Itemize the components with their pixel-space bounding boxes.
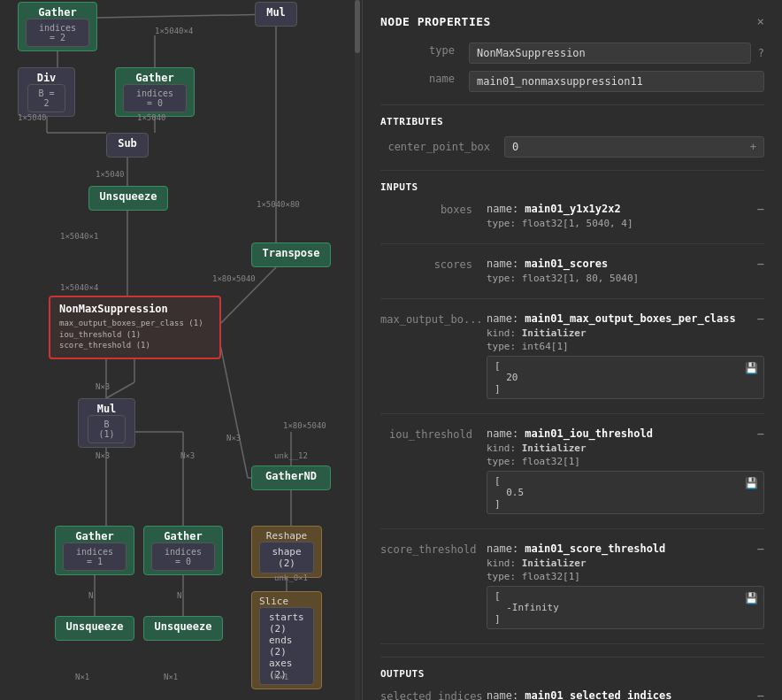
type-row: type NonMaxSuppression ? bbox=[380, 42, 764, 64]
node-sub: indices = 0 bbox=[123, 84, 187, 112]
iou-minus[interactable]: − bbox=[757, 427, 764, 441]
graph-node-mul-mid[interactable]: MulB (1) bbox=[78, 398, 135, 448]
max-output-port-label: max_output_bo... bbox=[380, 312, 487, 326]
props-title: NODE PROPERTIES bbox=[380, 15, 491, 28]
max-output-save-icon[interactable]: 💾 bbox=[745, 362, 758, 374]
type-label: type bbox=[380, 42, 469, 57]
selected-indices-detail: name: main01_selected_indices − type: in… bbox=[487, 688, 764, 700]
scores-type: type: float32[1, 80, 5040] bbox=[487, 273, 764, 284]
node-title: Mul bbox=[88, 403, 126, 415]
node-sub: indices = 2 bbox=[26, 19, 89, 47]
iou-tensor[interactable]: [ 0.5] 💾 bbox=[487, 471, 764, 514]
properties-panel: NODE PROPERTIES × type NonMaxSuppression… bbox=[363, 0, 782, 700]
input-score-threshold: score_threshold name: main01_score_thres… bbox=[380, 542, 764, 644]
graph-node-div[interactable]: DivB = 2 bbox=[18, 67, 75, 117]
graph-scrollbar[interactable] bbox=[355, 0, 360, 700]
edge-label: N bbox=[177, 591, 181, 600]
attr-plus-icon[interactable]: + bbox=[750, 141, 756, 153]
node-sub: starts (2)ends (2)axes (2) bbox=[259, 607, 314, 685]
scores-minus[interactable]: − bbox=[757, 257, 764, 271]
node-detail: max_output_boxes_per_class (1)iou_thresh… bbox=[59, 318, 211, 351]
edge-label: 1×80×5040 bbox=[283, 421, 326, 430]
node-title: Transpose bbox=[259, 247, 323, 259]
node-title: Mul bbox=[264, 6, 288, 19]
node-title: NonMaxSuppression bbox=[59, 303, 211, 315]
max-output-tensor[interactable]: [ 20] 💾 bbox=[487, 356, 764, 399]
iou-port-label: iou_threshold bbox=[380, 427, 487, 441]
graph-node-gather-mid[interactable]: Gatherindices = 0 bbox=[115, 67, 195, 117]
node-title: Div bbox=[27, 72, 65, 84]
graph-node-gather-bm[interactable]: Gatherindices = 0 bbox=[143, 526, 223, 575]
node-title: Sub bbox=[116, 137, 139, 150]
type-value: NonMaxSuppression bbox=[469, 42, 751, 64]
node-title: GatherND bbox=[259, 470, 323, 482]
attr-center-label: center_point_box bbox=[380, 141, 504, 153]
svg-line-9 bbox=[217, 267, 276, 327]
inputs-header: INPUTS bbox=[380, 170, 764, 193]
node-title: Gather bbox=[123, 72, 187, 84]
input-max-output: max_output_bo... name: main01_max_output… bbox=[380, 312, 764, 414]
boxes-minus[interactable]: − bbox=[757, 202, 764, 216]
edge-label: N bbox=[88, 591, 93, 600]
graph-node-sub[interactable]: Sub bbox=[106, 133, 149, 158]
attr-center-value[interactable]: 0 + bbox=[504, 136, 764, 158]
scores-port-label: scores bbox=[380, 257, 487, 271]
max-output-detail: name: main01_max_output_boxes_per_class … bbox=[487, 312, 764, 399]
graph-node-mul-top[interactable]: Mul bbox=[255, 2, 297, 27]
score-threshold-type: type: float32[1] bbox=[487, 571, 764, 582]
score-threshold-kind: kind: Initializer bbox=[487, 558, 764, 569]
graph-node-slice[interactable]: Slicestarts (2)ends (2)axes (2) bbox=[251, 591, 322, 689]
node-sub: shape (2) bbox=[259, 542, 314, 573]
edge-label: unk__12 bbox=[274, 451, 308, 460]
max-output-type: type: int64[1] bbox=[487, 341, 764, 352]
edge-label: N×3 bbox=[226, 434, 241, 442]
node-title: Gather bbox=[63, 530, 126, 542]
svg-line-0 bbox=[97, 14, 276, 18]
edge-label: N×3 bbox=[180, 451, 195, 460]
graph-scrollbar-thumb[interactable] bbox=[355, 0, 360, 53]
graph-node-gather-bl[interactable]: Gatherindices = 1 bbox=[55, 526, 134, 575]
iou-type: type: float32[1] bbox=[487, 456, 764, 467]
node-title: Slice bbox=[259, 596, 314, 607]
iou-save-icon[interactable]: 💾 bbox=[745, 477, 758, 489]
node-title: Gather bbox=[151, 530, 215, 542]
name-value[interactable]: main01_nonmaxsuppression11 bbox=[469, 71, 764, 92]
graph-node-gather-top[interactable]: Gatherindices = 2 bbox=[18, 2, 97, 51]
graph-node-gathernd[interactable]: GatherND bbox=[251, 465, 331, 490]
node-title: Unsqueeze bbox=[96, 190, 160, 203]
score-threshold-save-icon[interactable]: 💾 bbox=[745, 592, 758, 604]
score-threshold-tensor[interactable]: [ -Infinity] 💾 bbox=[487, 586, 764, 629]
selected-indices-minus[interactable]: − bbox=[757, 688, 764, 700]
close-button[interactable]: × bbox=[757, 14, 764, 28]
graph-node-reshape[interactable]: Reshapeshape (2) bbox=[251, 526, 322, 578]
edge-label: 1×80×5040 bbox=[212, 274, 256, 283]
boxes-type: type: float32[1, 5040, 4] bbox=[487, 218, 764, 229]
boxes-detail: name: main01_y1x1y2x2 − type: float32[1,… bbox=[487, 202, 764, 229]
graph-node-transpose[interactable]: Transpose bbox=[251, 242, 331, 267]
score-threshold-minus[interactable]: − bbox=[757, 542, 764, 556]
score-threshold-detail: name: main01_score_threshold − kind: Ini… bbox=[487, 542, 764, 629]
node-sub: B = 2 bbox=[27, 84, 65, 112]
max-output-minus[interactable]: − bbox=[757, 312, 764, 326]
max-output-kind: kind: Initializer bbox=[487, 327, 764, 339]
boxes-port-label: boxes bbox=[380, 202, 487, 216]
input-boxes: boxes name: main01_y1x1y2x2 − type: floa… bbox=[380, 202, 764, 244]
edge-label: 1×5040×80 bbox=[257, 200, 300, 209]
graph-node-unsqueeze-bm[interactable]: Unsqueeze bbox=[143, 616, 223, 641]
name-label: name bbox=[380, 71, 469, 85]
edge-label: N×3 bbox=[96, 451, 110, 460]
graph-node-unsqueeze-top[interactable]: Unsqueeze bbox=[88, 186, 168, 211]
score-threshold-port-label: score_threshold bbox=[380, 542, 487, 556]
type-help[interactable]: ? bbox=[758, 47, 764, 59]
graph-node-nms[interactable]: NonMaxSuppressionmax_output_boxes_per_cl… bbox=[49, 296, 221, 359]
iou-detail: name: main01_iou_threshold − kind: Initi… bbox=[487, 427, 764, 514]
node-sub: indices = 0 bbox=[151, 542, 215, 571]
name-row: name main01_nonmaxsuppression11 bbox=[380, 71, 764, 92]
graph-node-unsqueeze-bl[interactable]: Unsqueeze bbox=[55, 616, 134, 641]
node-sub: indices = 1 bbox=[63, 542, 126, 571]
iou-kind: kind: Initializer bbox=[487, 442, 764, 454]
edge-label: 1×5040×1 bbox=[60, 232, 98, 241]
node-title: Gather bbox=[26, 6, 89, 19]
input-iou: iou_threshold name: main01_iou_threshold… bbox=[380, 427, 764, 529]
graph-panel[interactable]: Gatherindices = 2MulDivB = 2Gatherindice… bbox=[0, 0, 363, 700]
